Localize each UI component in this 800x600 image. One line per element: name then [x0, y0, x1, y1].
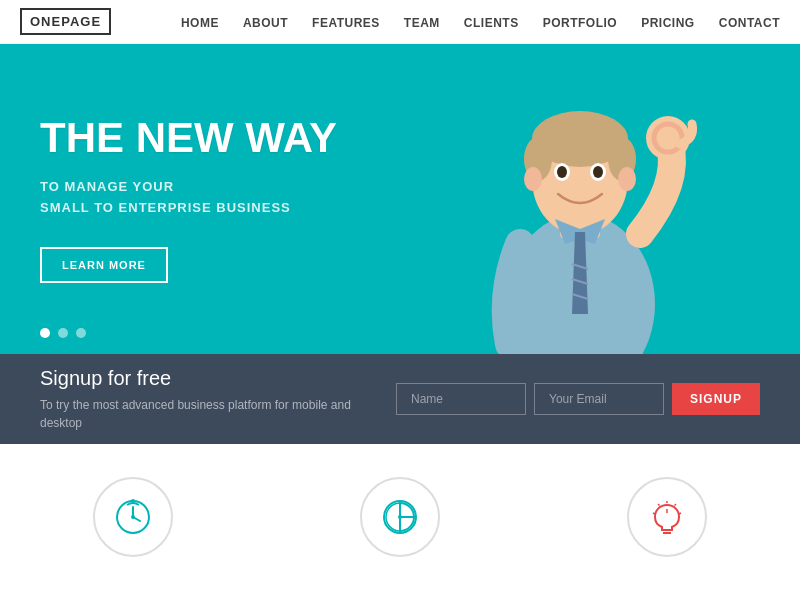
feature-icon-bulb-circle: [627, 477, 707, 557]
nav-item-features[interactable]: FEATURES: [312, 13, 380, 31]
svg-point-30: [398, 515, 402, 519]
signup-name-input[interactable]: [396, 383, 526, 415]
nav-link-features[interactable]: FEATURES: [312, 16, 380, 30]
nav-item-about[interactable]: ABOUT: [243, 13, 288, 31]
nav-item-pricing[interactable]: PRICING: [641, 13, 695, 31]
logo-page: PAGE: [61, 14, 101, 29]
svg-point-13: [557, 166, 567, 178]
signup-button[interactable]: SIGNUP: [672, 383, 760, 415]
nav-item-home[interactable]: HOME: [181, 13, 219, 31]
nav-item-contact[interactable]: CONTACT: [719, 13, 780, 31]
hero-person-svg: [440, 44, 720, 354]
slider-dot-3[interactable]: [76, 328, 86, 338]
signup-email-input[interactable]: [534, 383, 664, 415]
feature-icon-clock-circle: [93, 477, 173, 557]
nav-link-contact[interactable]: CONTACT: [719, 16, 780, 30]
slider-dot-2[interactable]: [58, 328, 68, 338]
clock-icon: [113, 497, 153, 537]
bulb-icon: [647, 497, 687, 537]
signup-title: Signup for free: [40, 367, 356, 390]
nav-item-clients[interactable]: CLIENTS: [464, 13, 519, 31]
hero-content: THE NEW WAY TO MANAGE YOUR SMALL TO ENTE…: [0, 75, 377, 323]
nav-link-clients[interactable]: CLIENTS: [464, 16, 519, 30]
feature-icon-chart-circle: [360, 477, 440, 557]
signup-text: Signup for free To try the most advanced…: [40, 367, 356, 432]
nav-menu: HOME ABOUT FEATURES TEAM CLIENTS PORTFOL…: [181, 13, 780, 31]
features-section: [0, 444, 800, 600]
hero-cta-button[interactable]: LEARN MORE: [40, 247, 168, 283]
navbar: ONEPAGE HOME ABOUT FEATURES TEAM CLIENTS…: [0, 0, 800, 44]
svg-point-14: [593, 166, 603, 178]
svg-point-25: [131, 515, 135, 519]
svg-point-7: [524, 167, 542, 191]
hero-person-image: [440, 44, 720, 354]
logo-one: ONE: [30, 14, 61, 29]
nav-link-portfolio[interactable]: PORTFOLIO: [543, 16, 618, 30]
chart-icon: [380, 497, 420, 537]
svg-point-26: [131, 499, 135, 503]
nav-item-team[interactable]: TEAM: [404, 13, 440, 31]
feature-item-clock: [0, 467, 267, 577]
signup-form: SIGNUP: [396, 383, 760, 415]
nav-link-home[interactable]: HOME: [181, 16, 219, 30]
logo[interactable]: ONEPAGE: [20, 8, 111, 35]
slider-dots: [40, 328, 86, 338]
hero-section: THE NEW WAY TO MANAGE YOUR SMALL TO ENTE…: [0, 44, 800, 354]
nav-link-team[interactable]: TEAM: [404, 16, 440, 30]
hero-subtitle: TO MANAGE YOUR SMALL TO ENTERPRISE BUSIN…: [40, 177, 337, 219]
svg-line-38: [653, 513, 655, 514]
signup-description: To try the most advanced business platfo…: [40, 396, 356, 432]
hero-subtitle-line1: TO MANAGE YOUR: [40, 179, 174, 194]
svg-line-37: [658, 504, 660, 506]
svg-line-36: [679, 513, 681, 514]
svg-point-8: [618, 167, 636, 191]
nav-link-pricing[interactable]: PRICING: [641, 16, 695, 30]
hero-title: THE NEW WAY: [40, 115, 337, 161]
hero-subtitle-line2: SMALL TO ENTERPRISE BUSINESS: [40, 200, 291, 215]
signup-section: Signup for free To try the most advanced…: [0, 354, 800, 444]
svg-line-35: [674, 504, 676, 506]
nav-link-about[interactable]: ABOUT: [243, 16, 288, 30]
feature-item-bulb: [533, 467, 800, 577]
slider-dot-1[interactable]: [40, 328, 50, 338]
nav-item-portfolio[interactable]: PORTFOLIO: [543, 13, 618, 31]
feature-item-chart: [267, 467, 534, 577]
